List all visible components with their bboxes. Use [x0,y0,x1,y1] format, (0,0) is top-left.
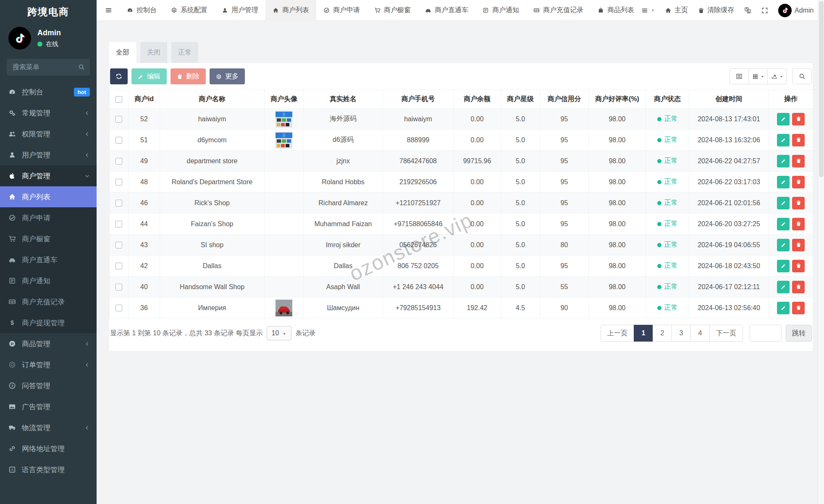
sidebar-item-merchant-recharge[interactable]: 商户充值记录 [0,291,97,312]
page-button-2[interactable]: 2 [653,325,672,342]
row-edit-button[interactable] [777,218,790,230]
clear-cache-button[interactable]: 清除缓存 [698,6,734,15]
row-edit-button[interactable] [777,281,790,293]
home-link[interactable]: 主页 [665,6,688,15]
page-button-1[interactable]: 1 [634,325,653,342]
row-edit-button[interactable] [777,260,790,272]
row-edit-button[interactable] [777,302,790,314]
sidebar-item-ad[interactable]: 广告管理 [0,396,97,417]
column-header[interactable]: 商户好评率(%) [589,90,646,109]
menu-search-input[interactable] [7,59,90,76]
row-checkbox[interactable] [115,284,122,290]
column-header[interactable]: 真实姓名 [304,90,383,109]
next-page-button[interactable]: 下一页 [709,325,743,342]
sidebar-item-merchant-window[interactable]: 商户橱窗 [0,228,97,249]
sidebar-item-merchant-list[interactable]: 商户列表 [0,186,97,207]
filter-tab-0[interactable]: 全部 [109,42,136,63]
sidebar-item-merchant-apply[interactable]: 商户申请 [0,207,97,228]
translate-button[interactable] [744,7,751,14]
column-header[interactable]: 商户状态 [646,90,689,109]
row-delete-button[interactable] [792,302,805,314]
fullscreen-button[interactable] [761,7,768,14]
scrollbar-thumb[interactable] [819,1,824,177]
tab-merchant-window[interactable]: 商户橱窗 [367,0,418,21]
sidebar-item-url[interactable]: 网络地址管理 [0,438,97,459]
tab-merchant-recharge[interactable]: 商户充值记录 [526,0,590,21]
sidebar-item-dashboard[interactable]: 控制台hot [0,81,97,102]
tab-config[interactable]: 系统配置 [164,0,215,21]
row-delete-button[interactable] [792,176,805,188]
row-delete-button[interactable] [792,239,805,251]
edit-button[interactable]: 编辑 [131,68,167,84]
tab-merchant-list[interactable]: 商户列表 [265,0,316,21]
filter-tab-1[interactable]: 关闭 [140,42,167,63]
column-header[interactable]: 商户余额 [454,90,501,109]
row-delete-button[interactable] [792,113,805,125]
page-button-4[interactable]: 4 [690,325,710,342]
sidebar-item-auth[interactable]: 权限管理 [0,123,97,144]
delete-button[interactable]: 删除 [171,68,206,84]
tab-list-dropdown[interactable] [641,7,655,14]
tab-merchant-apply[interactable]: 商户申请 [316,0,367,21]
sidebar-item-order[interactable]: 订单管理 [0,354,97,375]
row-checkbox[interactable] [115,200,122,206]
row-delete-button[interactable] [792,260,805,272]
sidebar-item-qa[interactable]: ?问答管理 [0,375,97,396]
row-checkbox[interactable] [115,242,122,248]
refresh-button[interactable] [110,68,128,84]
row-edit-button[interactable] [777,134,790,146]
tab-dashboard[interactable]: 控制台 [120,0,164,21]
row-edit-button[interactable] [777,197,790,209]
jump-button[interactable]: 跳转 [786,325,812,342]
sidebar-item-merchant-notice[interactable]: 商户通知 [0,270,97,291]
column-header[interactable]: 商户信用分 [540,90,589,109]
column-header[interactable]: 创建时间 [689,90,769,109]
search-toggle-button[interactable] [793,68,812,84]
row-checkbox[interactable] [115,221,122,227]
more-button[interactable]: 更多 [210,68,245,84]
prev-page-button[interactable]: 上一页 [601,325,634,342]
user-menu[interactable]: Admin [778,4,814,17]
row-delete-button[interactable] [792,155,805,167]
row-checkbox[interactable] [115,137,122,144]
row-checkbox[interactable] [115,116,122,123]
column-header[interactable]: 商户id [129,90,160,109]
row-checkbox[interactable] [115,305,122,311]
row-checkbox[interactable] [115,179,122,185]
row-checkbox[interactable] [115,263,122,269]
row-delete-button[interactable] [792,218,805,230]
column-header[interactable]: 商户名称 [160,90,265,109]
columns-button[interactable] [748,68,768,84]
row-delete-button[interactable] [792,197,805,209]
select-all-checkbox[interactable] [115,96,122,103]
sidebar-toggle-button[interactable] [97,0,120,21]
jump-page-input[interactable] [750,325,782,342]
column-header[interactable]: 商户星级 [501,90,540,109]
tab-merchant-notice[interactable]: 商户通知 [475,0,526,21]
sidebar-item-general[interactable]: 常规管理 [0,102,97,123]
row-checkbox[interactable] [115,158,122,165]
filter-tab-2[interactable]: 正常 [171,42,198,63]
sidebar-item-logistics[interactable]: 物流管理 [0,417,97,438]
row-edit-button[interactable] [777,155,790,167]
tab-product-list[interactable]: 商品列表 [590,0,641,21]
row-edit-button[interactable] [777,176,790,188]
row-edit-button[interactable] [777,239,790,251]
sidebar-item-product[interactable]: P商品管理 [0,333,97,354]
row-delete-button[interactable] [792,281,805,293]
tab-merchant-train[interactable]: 商户直通车 [418,0,475,21]
row-edit-button[interactable] [777,113,790,125]
sidebar-item-user[interactable]: 用户管理 [0,144,97,165]
browser-scrollbar[interactable] [818,0,824,504]
column-header[interactable]: 商户手机号 [383,90,454,109]
detail-view-button[interactable] [730,68,749,84]
sidebar-item-language[interactable]: A语言类型管理 [0,459,97,480]
page-size-dropdown[interactable]: 10 [267,326,292,340]
sidebar-item-merchant-withdraw[interactable]: $商户提现管理 [0,312,97,333]
row-delete-button[interactable] [792,134,805,146]
export-button[interactable] [767,68,787,84]
column-header[interactable]: 商户头像 [265,90,304,109]
sidebar-item-merchant[interactable]: 商户管理 [0,165,97,186]
sidebar-item-merchant-train[interactable]: 商户直通车 [0,249,97,270]
page-button-3[interactable]: 3 [672,325,691,342]
